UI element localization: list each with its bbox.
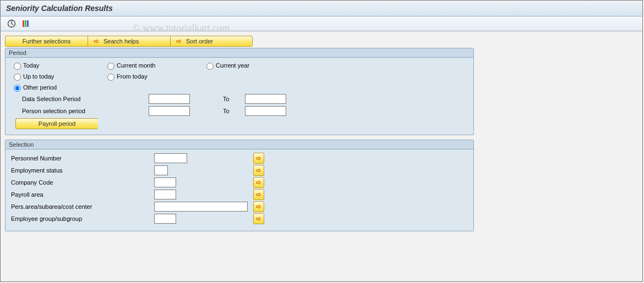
selection-groupbox: Selection Personnel Number ➪ Employment … bbox=[5, 140, 474, 231]
employment-status-more-button[interactable]: ➪ bbox=[253, 165, 264, 176]
data-selection-period-label: Data Selection Period bbox=[22, 96, 149, 102]
radio-current-month-label: Current month bbox=[117, 62, 155, 69]
arrow-right-icon: ➪ bbox=[256, 179, 261, 186]
employee-group-input[interactable] bbox=[154, 214, 176, 224]
svg-line-2 bbox=[12, 24, 13, 25]
arrow-right-icon: ➪ bbox=[256, 203, 261, 210]
further-selections-button[interactable]: Further selections bbox=[5, 36, 88, 47]
radio-other-period[interactable]: Other period bbox=[11, 83, 105, 92]
pers-area-more-button[interactable]: ➪ bbox=[253, 201, 264, 212]
radio-current-month-input[interactable] bbox=[107, 63, 114, 70]
arrow-right-icon: ➪ bbox=[176, 37, 182, 45]
employee-group-label: Employee group/subgroup bbox=[11, 215, 154, 222]
period-groupbox: Period Today Current month Current year bbox=[5, 48, 474, 135]
payroll-area-label: Payroll area bbox=[11, 191, 154, 198]
person-selection-to-input[interactable] bbox=[245, 106, 286, 116]
radio-today-input[interactable] bbox=[14, 63, 21, 70]
personnel-number-input[interactable] bbox=[154, 153, 187, 163]
to-label-2: To bbox=[223, 108, 245, 114]
pers-area-input[interactable] bbox=[154, 202, 248, 212]
radio-today[interactable]: Today bbox=[11, 61, 105, 70]
search-helps-label: Search helps bbox=[103, 38, 139, 45]
data-selection-from-input[interactable] bbox=[149, 94, 190, 104]
sort-order-label: Sort order bbox=[186, 38, 213, 45]
radio-up-to-today-label: Up to today bbox=[23, 73, 54, 80]
svg-rect-3 bbox=[23, 20, 24, 27]
execute-icon[interactable] bbox=[6, 19, 17, 29]
person-selection-period-label: Person selection period bbox=[22, 108, 149, 114]
page-title: Seniority Calculation Results bbox=[6, 4, 113, 13]
company-code-more-button[interactable]: ➪ bbox=[253, 177, 264, 188]
arrow-right-icon: ➪ bbox=[94, 37, 99, 45]
radio-today-label: Today bbox=[23, 62, 39, 69]
arrow-right-icon: ➪ bbox=[256, 191, 261, 198]
pers-area-label: Pers.area/subarea/cost center bbox=[11, 203, 154, 210]
person-selection-from-input[interactable] bbox=[149, 106, 190, 116]
radio-current-month[interactable]: Current month bbox=[105, 61, 204, 70]
selection-title: Selection bbox=[6, 140, 473, 149]
variant-icon[interactable] bbox=[20, 19, 31, 29]
sort-order-button[interactable]: ➪ Sort order bbox=[170, 36, 253, 47]
radio-current-year[interactable]: Current year bbox=[204, 61, 249, 70]
payroll-area-input[interactable] bbox=[154, 190, 176, 199]
company-code-label: Company Code bbox=[11, 179, 154, 186]
radio-from-today[interactable]: From today bbox=[105, 72, 204, 81]
radio-current-year-label: Current year bbox=[216, 62, 249, 69]
company-code-input[interactable] bbox=[154, 177, 176, 187]
arrow-right-icon: ➪ bbox=[256, 215, 261, 223]
title-bar: Seniority Calculation Results bbox=[1, 1, 642, 16]
radio-current-year-input[interactable] bbox=[206, 63, 214, 70]
arrow-right-icon: ➪ bbox=[256, 167, 261, 174]
radio-up-to-today[interactable]: Up to today bbox=[11, 72, 105, 81]
selection-options-row: Further selections ➪ Search helps ➪ Sort… bbox=[5, 36, 638, 47]
radio-up-to-today-input[interactable] bbox=[14, 74, 21, 81]
radio-other-period-label: Other period bbox=[23, 84, 57, 91]
to-label-1: To bbox=[223, 96, 245, 102]
svg-rect-5 bbox=[27, 20, 29, 27]
payroll-area-more-button[interactable]: ➪ bbox=[253, 189, 264, 200]
payroll-period-button[interactable]: Payroll period bbox=[15, 118, 98, 129]
personnel-number-label: Personnel Number bbox=[11, 155, 154, 162]
radio-other-period-input[interactable] bbox=[14, 85, 21, 92]
employment-status-label: Employment status bbox=[11, 167, 154, 174]
employment-status-input[interactable] bbox=[154, 165, 168, 175]
personnel-number-more-button[interactable]: ➪ bbox=[253, 153, 264, 164]
employee-group-more-button[interactable]: ➪ bbox=[253, 213, 264, 224]
search-helps-button[interactable]: ➪ Search helps bbox=[88, 36, 170, 47]
radio-from-today-input[interactable] bbox=[107, 74, 114, 81]
radio-from-today-label: From today bbox=[117, 73, 148, 80]
arrow-right-icon: ➪ bbox=[256, 154, 261, 162]
data-selection-to-input[interactable] bbox=[245, 94, 286, 104]
app-toolbar bbox=[1, 16, 642, 31]
period-title: Period bbox=[6, 48, 473, 58]
svg-rect-4 bbox=[25, 20, 26, 27]
